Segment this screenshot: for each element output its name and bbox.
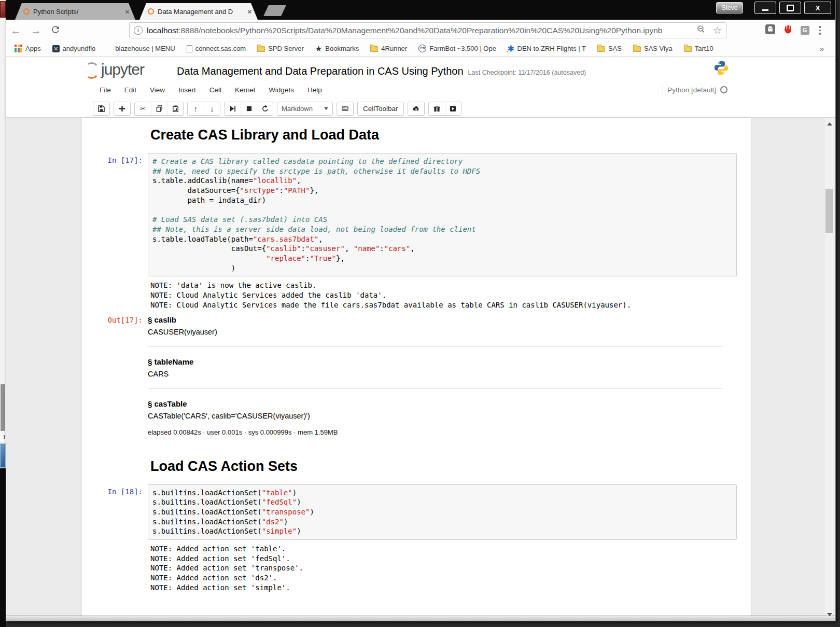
- code-input-area[interactable]: # Create a CAS library called casdata po…: [148, 153, 737, 276]
- jupyter-header: jupyter Data Management and Data Prepara…: [6, 57, 835, 118]
- markdown-heading-load-action-sets[interactable]: Load CAS Action Sets: [150, 458, 751, 474]
- ghostery-extension-icon[interactable]: [765, 24, 775, 36]
- scroll-up-arrow[interactable]: [825, 119, 834, 128]
- folder-icon: [597, 46, 605, 52]
- chrome-menu-icon[interactable]: [817, 26, 823, 35]
- window-restore-button[interactable]: [779, 2, 801, 14]
- bookmark-sas[interactable]: SAS: [597, 45, 622, 52]
- screen: 1 Python Scripts/ × Data Management and …: [0, 0, 840, 627]
- notebook-title[interactable]: Data Management and Data Preparation in …: [177, 65, 464, 77]
- input-prompt: In [17]:: [82, 153, 148, 276]
- forward-icon[interactable]: →: [26, 24, 46, 37]
- bookmark-label: SAS Viya: [644, 45, 673, 52]
- bookmark-label: SAS: [608, 45, 622, 52]
- move-cell-up-button[interactable]: ↑: [188, 102, 204, 115]
- bookmark-farmbot[interactable]: FB FarmBot ~3,500 | Ope: [418, 45, 496, 52]
- bookmark-4runner[interactable]: 4Runner: [370, 45, 407, 52]
- bookmark-label: Bookmarks: [325, 45, 359, 52]
- notebook-scroll-area: Create CAS Library and Load Data In [17]…: [6, 118, 835, 621]
- window-minimize-button[interactable]: [754, 2, 776, 14]
- page-info-icon[interactable]: i: [134, 26, 143, 35]
- window-close-button[interactable]: X: [804, 2, 831, 14]
- menu-view[interactable]: View: [143, 86, 172, 94]
- restart-kernel-button[interactable]: [257, 102, 273, 115]
- paste-cell-button[interactable]: [167, 102, 183, 115]
- cloud-upload-button[interactable]: [408, 102, 424, 115]
- address-bar[interactable]: i localhost:8888/notebooks/Python%20Scri…: [129, 22, 726, 38]
- tab-close-icon[interactable]: ×: [124, 8, 130, 16]
- jupyter-menubar: File Edit View Insert Cell Kernel Widget…: [6, 80, 835, 99]
- jupyter-logo-icon: [85, 63, 98, 77]
- minimize-icon: [762, 9, 768, 11]
- celltoolbar-button[interactable]: CellToolbar: [358, 102, 403, 115]
- add-cell-button[interactable]: [114, 102, 130, 115]
- browser-window: Python Scripts/ × Data Management and D …: [6, 0, 836, 621]
- bookmark-spd-server[interactable]: SPD Server: [257, 45, 304, 52]
- tab-label: Data Management and D: [158, 8, 243, 16]
- copy-cell-button[interactable]: [151, 102, 167, 115]
- zoom-out-icon[interactable]: [697, 25, 706, 36]
- interrupt-kernel-button[interactable]: [241, 102, 257, 115]
- restore-icon: [787, 5, 793, 11]
- menu-insert[interactable]: Insert: [172, 86, 203, 94]
- markdown-heading-create-cas[interactable]: Create CAS Library and Load Data: [150, 127, 751, 143]
- jupyter-logo[interactable]: jupyter: [85, 61, 144, 78]
- bookmarks-overflow-chevron[interactable]: »: [820, 44, 824, 53]
- background-window-black-edge: [0, 468, 6, 627]
- tab-label: Python Scripts/: [33, 8, 120, 16]
- cut-cell-button[interactable]: ✂: [135, 102, 151, 115]
- bookmark-bookmarks-folder[interactable]: ★ Bookmarks: [315, 44, 359, 53]
- menu-kernel[interactable]: Kernel: [228, 86, 262, 94]
- save-button[interactable]: [93, 102, 109, 115]
- jupyter-logo-word: jupyter: [101, 61, 144, 78]
- cell-type-select[interactable]: Markdown: [277, 102, 333, 116]
- scrollbar-thumb[interactable]: [825, 189, 833, 233]
- stdout-output-17: NOTE: 'data' is now the active caslib. N…: [150, 281, 751, 310]
- bookmark-andyundflo[interactable]: ✕ andyundflo: [52, 45, 96, 52]
- move-cell-down-button[interactable]: ↓: [204, 102, 220, 115]
- notebook-container: Create CAS Library and Load Data In [17]…: [82, 118, 751, 621]
- new-tab-button[interactable]: [263, 5, 286, 16]
- code-cell-17[interactable]: In [17]: # Create a CAS library called c…: [82, 153, 751, 276]
- command-palette-button[interactable]: [337, 102, 353, 115]
- apps-grid-icon: [15, 45, 22, 52]
- note-line: NOTE: Added action set 'simple'.: [150, 583, 751, 593]
- menu-edit[interactable]: Edit: [118, 86, 143, 94]
- menu-cell[interactable]: Cell: [203, 86, 228, 94]
- fb-circle-icon: FB: [418, 45, 426, 52]
- bookmark-den-zrh[interactable]: ✱ DEN to ZRH Flights | T: [508, 44, 586, 53]
- browser-toolbar: ← → i localhost:8888/notebooks/Python%20…: [6, 20, 835, 41]
- g-extension-icon[interactable]: G: [801, 26, 809, 35]
- folder-icon: [633, 46, 641, 52]
- chrome-profile-button[interactable]: Steve: [716, 2, 743, 13]
- output-section-title: § tableName: [148, 357, 737, 366]
- bookmark-sas-viya[interactable]: SAS Viya: [633, 45, 673, 52]
- bookmark-blazehouse[interactable]: blazehouse | MENU: [115, 45, 175, 52]
- bookmark-label: FarmBot ~3,500 | Ope: [429, 45, 496, 52]
- tab-data-management[interactable]: Data Management and D ×: [139, 3, 258, 20]
- play-nbextension-button[interactable]: [445, 102, 461, 115]
- run-cell-button[interactable]: [225, 102, 241, 115]
- menu-widgets[interactable]: Widgets: [262, 86, 301, 94]
- bookmark-label: SPD Server: [268, 45, 304, 52]
- tab-python-scripts[interactable]: Python Scripts/ ×: [15, 3, 135, 20]
- adblock-hand-extension-icon[interactable]: [783, 24, 793, 36]
- bookmark-tart10[interactable]: Tart10: [684, 45, 713, 52]
- checkpoint-status: Last Checkpoint: 11/17/2016 (autosaved): [468, 69, 586, 76]
- code-input-area[interactable]: s.builtins.loadActionSet("table")s.built…: [148, 484, 737, 540]
- output-prompt: Out[17]:: [82, 315, 148, 437]
- bookmark-apps[interactable]: Apps: [15, 45, 41, 52]
- back-icon[interactable]: ←: [6, 24, 26, 37]
- bookmark-connect-sas[interactable]: connect.sas.com: [187, 45, 246, 52]
- vertical-scrollbar[interactable]: [825, 118, 834, 621]
- code-cell-18[interactable]: In [18]: s.builtins.loadActionSet("table…: [82, 484, 751, 540]
- bookmark-star-icon[interactable]: ☆: [713, 24, 722, 36]
- gift-nbextension-button[interactable]: [429, 102, 445, 115]
- reload-icon[interactable]: [46, 24, 65, 37]
- menu-file[interactable]: File: [93, 86, 118, 94]
- kernel-indicator: Python [default]: [663, 80, 727, 99]
- timing-status: elapsed 0.00842s · user 0.001s · sys 0.0…: [148, 428, 737, 437]
- menu-help[interactable]: Help: [301, 86, 329, 94]
- tab-close-icon[interactable]: ×: [246, 8, 253, 16]
- jupyter-favicon: [148, 8, 154, 15]
